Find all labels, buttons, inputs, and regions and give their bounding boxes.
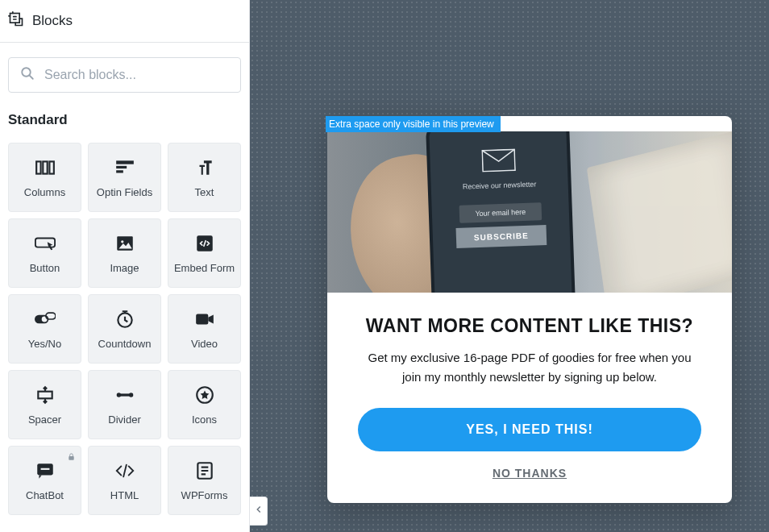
block-label: HTML — [110, 489, 139, 501]
popup-title[interactable]: WANT MORE CONTENT LIKE THIS? — [358, 315, 701, 337]
svg-point-10 — [121, 240, 123, 243]
wpforms-icon — [194, 460, 215, 481]
collapse-sidebar-button[interactable] — [250, 497, 268, 526]
block-label: Optin Fields — [97, 186, 152, 198]
text-icon — [194, 157, 215, 178]
block-item-video[interactable]: Video — [168, 294, 241, 364]
cta-button[interactable]: YES, I NEED THIS! — [358, 408, 701, 451]
search-wrap[interactable] — [8, 57, 241, 93]
button-icon — [35, 233, 56, 254]
icons-icon — [194, 384, 215, 405]
block-label: Spacer — [28, 414, 61, 426]
block-label: ChatBot — [26, 489, 64, 501]
block-label: Button — [30, 262, 60, 274]
yesno-icon — [35, 309, 56, 330]
block-item-chatbot[interactable]: ChatBot — [8, 446, 81, 515]
block-item-wpforms[interactable]: WPForms — [168, 446, 241, 515]
svg-rect-21 — [69, 456, 73, 460]
block-label: Icons — [192, 414, 217, 426]
block-item-button[interactable]: Button — [8, 218, 81, 288]
svg-rect-7 — [116, 170, 123, 172]
block-item-optin[interactable]: Optin Fields — [88, 143, 161, 212]
block-item-columns[interactable]: Columns — [8, 143, 81, 212]
block-item-yesno[interactable]: Yes/No — [8, 294, 81, 364]
section-title-standard: Standard — [8, 112, 241, 128]
chevron-left-icon — [253, 504, 264, 518]
envelope-icon — [481, 148, 516, 175]
svg-rect-3 — [43, 161, 47, 173]
sidebar-header: Blocks — [0, 0, 249, 43]
phone-subscribe-button: SUBSCRIBE — [456, 225, 547, 248]
block-label: Columns — [24, 186, 65, 198]
embed-icon — [194, 233, 215, 254]
svg-rect-2 — [36, 161, 40, 173]
blocks-sidebar: Blocks Standard ColumnsOptin FieldsTextB… — [0, 0, 250, 532]
phone-newsletter-label: Receive our newsletter — [463, 180, 537, 190]
block-item-divider[interactable]: Divider — [88, 370, 161, 439]
popup-description[interactable]: Get my exclusive 16-page PDF of goodies … — [358, 348, 701, 387]
video-icon — [194, 309, 215, 330]
block-item-embed[interactable]: Embed Form — [168, 218, 241, 288]
block-label: Video — [191, 338, 218, 350]
hero-phone-graphic: Receive our newsletter Your email here S… — [429, 131, 572, 293]
svg-rect-4 — [49, 161, 53, 173]
block-item-spacer[interactable]: Spacer — [8, 370, 81, 439]
block-item-image[interactable]: Image — [88, 218, 161, 288]
canvas: Extra space only visible in this preview… — [250, 0, 769, 532]
block-label: Text — [195, 186, 214, 198]
block-item-text[interactable]: Text — [168, 143, 241, 212]
block-item-countdown[interactable]: Countdown — [88, 294, 161, 364]
preview-notice: Extra space only visible in this preview — [326, 116, 501, 132]
chatbot-icon — [35, 460, 56, 481]
spacer-icon — [35, 384, 56, 405]
hero-book-graphic — [587, 131, 732, 293]
block-item-html[interactable]: HTML — [88, 446, 161, 515]
search-icon — [20, 66, 35, 84]
sidebar-title: Blocks — [32, 13, 73, 29]
svg-rect-8 — [35, 238, 54, 247]
block-grid: ColumnsOptin FieldsTextButtonImageEmbed … — [8, 143, 241, 515]
svg-rect-23 — [40, 468, 49, 469]
svg-rect-5 — [116, 160, 134, 164]
block-label: Embed Form — [174, 262, 235, 274]
svg-rect-17 — [38, 391, 52, 398]
lock-icon — [67, 450, 76, 464]
block-item-icons[interactable]: Icons — [168, 370, 241, 439]
blocks-icon — [8, 11, 24, 31]
block-label: Yes/No — [28, 338, 61, 350]
optin-popup: Receive our newsletter Your email here S… — [327, 116, 732, 503]
svg-rect-0 — [10, 14, 20, 23]
svg-point-19 — [128, 393, 132, 397]
optin-icon — [114, 157, 135, 178]
block-label: Image — [110, 262, 139, 274]
html-icon — [114, 460, 135, 481]
countdown-icon — [114, 309, 135, 330]
search-input[interactable] — [44, 68, 229, 82]
columns-icon — [35, 157, 56, 178]
svg-point-18 — [116, 393, 120, 397]
phone-email-field: Your email here — [459, 202, 542, 223]
svg-rect-6 — [116, 165, 127, 168]
block-label: WPForms — [181, 489, 228, 501]
svg-rect-14 — [45, 313, 55, 319]
decline-link[interactable]: NO THANKS — [493, 467, 567, 480]
divider-icon — [114, 384, 135, 405]
image-icon — [114, 233, 135, 254]
block-label: Countdown — [98, 338, 152, 350]
svg-rect-16 — [196, 314, 208, 324]
block-label: Divider — [108, 414, 140, 426]
popup-hero-image: Receive our newsletter Your email here S… — [327, 131, 732, 293]
